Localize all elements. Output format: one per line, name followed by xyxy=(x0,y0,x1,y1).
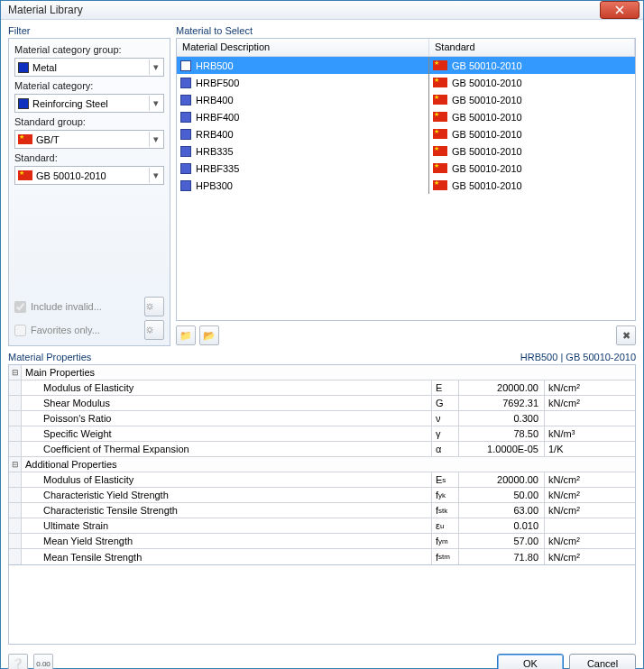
cancel-button[interactable]: Cancel xyxy=(569,654,636,669)
include-invalid-settings-button[interactable]: ⛭ xyxy=(144,297,164,316)
list-item[interactable]: HRB335GB 50010-2010 xyxy=(177,142,635,160)
units-icon: 0.00 xyxy=(36,660,51,668)
help-icon: ❔ xyxy=(12,658,24,670)
property-row[interactable]: Modulus of ElasticityEs20000.00kN/cm² xyxy=(9,472,635,488)
list-item[interactable]: RRB400GB 50010-2010 xyxy=(177,125,635,142)
flag-cn-icon xyxy=(18,134,32,144)
collapse-icon[interactable]: ⊟ xyxy=(9,365,22,380)
std-group-combo[interactable]: GB/T ▾ xyxy=(14,130,164,149)
open-button[interactable]: 📂 xyxy=(199,325,219,345)
material-list[interactable]: Material Description Standard HRB500GB 5… xyxy=(176,38,636,321)
list-item[interactable]: HRB500GB 50010-2010 xyxy=(177,57,635,74)
property-row[interactable]: Characteristic Tensile Strengthfstk63.00… xyxy=(9,503,635,518)
material-swatch-icon xyxy=(180,163,191,174)
close-icon xyxy=(615,5,624,14)
props-context: HRB500 | GB 50010-2010 xyxy=(520,352,636,362)
list-item[interactable]: HRBF335GB 50010-2010 xyxy=(177,160,635,177)
chevron-down-icon: ▾ xyxy=(149,132,162,147)
cat-label: Material category: xyxy=(14,80,164,91)
folder-open-icon: 📂 xyxy=(203,330,216,342)
property-row[interactable]: Mean Yield Strengthfym57.00kN/cm² xyxy=(9,534,635,549)
property-row[interactable]: Shear ModulusG7692.31kN/cm² xyxy=(9,396,635,411)
chevron-down-icon: ▾ xyxy=(149,96,162,111)
flag-cn-icon xyxy=(433,163,447,173)
material-swatch-icon xyxy=(180,180,191,191)
titlebar: Material Library xyxy=(1,1,643,20)
property-row[interactable]: Modulus of ElasticityE20000.00kN/cm² xyxy=(9,380,635,396)
property-row[interactable]: Poisson's Ratioν0.300 xyxy=(9,411,635,426)
property-row[interactable]: Mean Tensile Strengthfstm71.80kN/cm² xyxy=(9,549,635,564)
cat-group-label: Material category group: xyxy=(14,44,164,55)
filter-title: Filter xyxy=(8,25,170,36)
property-row[interactable]: Characteristic Yield Strengthfyk50.00kN/… xyxy=(9,488,635,503)
favorites-only-label: Favorites only... xyxy=(31,325,140,335)
cat-group-combo[interactable]: Metal ▾ xyxy=(14,58,164,77)
flag-cn-icon xyxy=(433,95,447,105)
favorites-only-checkbox[interactable] xyxy=(14,325,26,336)
properties-grid[interactable]: ⊟Main PropertiesModulus of ElasticityE20… xyxy=(8,364,636,565)
ok-button[interactable]: OK xyxy=(497,654,564,669)
collapse-icon[interactable]: ⊟ xyxy=(9,457,22,472)
material-swatch-icon xyxy=(180,146,191,157)
col-description[interactable]: Material Description xyxy=(177,39,429,56)
settings-icon: ⛭ xyxy=(145,325,163,335)
list-item[interactable]: HRBF400GB 50010-2010 xyxy=(177,108,635,125)
chevron-down-icon: ▾ xyxy=(149,168,162,183)
close-button[interactable] xyxy=(600,1,639,19)
flag-cn-icon xyxy=(433,112,447,122)
include-invalid-checkbox[interactable] xyxy=(14,301,26,313)
folder-star-icon: 📁 xyxy=(179,330,192,342)
flag-cn-icon xyxy=(433,78,447,87)
props-title: Material Properties xyxy=(8,352,91,362)
help-button[interactable]: ❔ xyxy=(8,654,28,669)
flag-cn-icon xyxy=(433,146,447,156)
property-row[interactable]: Coefficient of Thermal Expansionα1.0000E… xyxy=(9,442,635,457)
chevron-down-icon: ▾ xyxy=(149,60,162,75)
delete-button[interactable]: ✖ xyxy=(616,325,636,345)
flag-cn-icon xyxy=(433,129,447,139)
flag-cn-icon xyxy=(18,170,32,180)
list-header: Material Description Standard xyxy=(177,39,635,57)
include-invalid-label: Include invalid... xyxy=(31,301,140,312)
std-label: Standard: xyxy=(14,152,164,163)
steel-swatch-icon xyxy=(18,98,29,109)
properties-grid-empty xyxy=(8,565,636,645)
material-swatch-icon xyxy=(180,95,191,105)
filter-panel: Material category group: Metal ▾ Materia… xyxy=(8,38,170,346)
delete-icon: ✖ xyxy=(622,330,630,342)
property-row[interactable]: Specific Weightγ78.50kN/m³ xyxy=(9,426,635,442)
window-title: Material Library xyxy=(8,4,600,16)
std-group-label: Standard group: xyxy=(14,116,164,127)
list-item[interactable]: HRBF500GB 50010-2010 xyxy=(177,74,635,91)
cat-combo[interactable]: Reinforcing Steel ▾ xyxy=(14,94,164,113)
col-standard[interactable]: Standard xyxy=(429,39,635,56)
std-combo[interactable]: GB 50010-2010 ▾ xyxy=(14,166,164,185)
material-swatch-icon xyxy=(180,112,191,123)
material-swatch-icon xyxy=(180,78,191,88)
material-library-dialog: Material Library Filter Material categor… xyxy=(0,0,644,669)
list-item[interactable]: HPB300GB 50010-2010 xyxy=(177,177,635,194)
material-swatch-icon xyxy=(180,129,191,140)
favorites-settings-button[interactable]: ⛭ xyxy=(144,320,164,340)
flag-cn-icon xyxy=(433,60,447,70)
units-button[interactable]: 0.00 xyxy=(33,654,53,669)
new-folder-button[interactable]: 📁 xyxy=(176,325,196,345)
property-row[interactable]: Ultimate Strainεu0.010 xyxy=(9,518,635,534)
settings-icon: ⛭ xyxy=(145,301,163,312)
metal-swatch-icon xyxy=(18,62,29,73)
flag-cn-icon xyxy=(433,180,447,190)
list-item[interactable]: HRB400GB 50010-2010 xyxy=(177,91,635,108)
select-title: Material to Select xyxy=(176,25,636,36)
material-swatch-icon xyxy=(180,60,191,71)
